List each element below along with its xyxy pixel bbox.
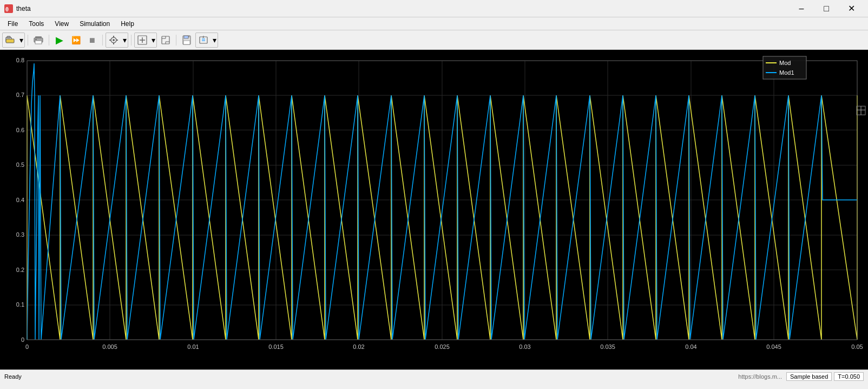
export-dropdown[interactable]: ▾ [211,33,218,47]
svg-text:0.03: 0.03 [519,343,530,350]
menu-help[interactable]: Help [115,19,140,29]
svg-text:θ: θ [5,6,9,12]
svg-rect-14 [116,40,118,41]
run-button[interactable]: ▶ [52,33,67,47]
window-controls: – □ ✕ [789,0,864,17]
minimize-button[interactable]: – [789,0,814,17]
svg-rect-24 [184,36,188,38]
close-button[interactable]: ✕ [839,0,864,17]
settings-group: ▾ [106,33,128,48]
svg-text:Mod: Mod [779,60,791,66]
svg-text:0.05: 0.05 [851,343,863,350]
status-time: T=0.050 [834,372,864,381]
open-button[interactable] [3,33,18,47]
svg-text:0.01: 0.01 [187,343,199,350]
zoom-group: ▾ [134,33,157,48]
svg-point-10 [113,39,115,41]
svg-rect-11 [113,36,114,37]
separator-1 [28,35,28,46]
separator-2 [49,35,49,46]
status-ready-label: Ready [4,373,371,380]
app-icon: θ [4,4,13,13]
status-bar: Ready https://blogs.m... Sample based T=… [0,369,868,382]
stop-button[interactable]: ⏹ [84,33,100,47]
svg-text:0.2: 0.2 [16,267,24,273]
svg-text:0: 0 [25,343,29,350]
settings-dropdown[interactable]: ▾ [121,33,128,47]
svg-rect-8 [35,39,37,40]
fit-button[interactable] [158,33,173,47]
menu-simulation[interactable]: Simulation [74,19,115,29]
svg-rect-30 [0,50,868,369]
svg-text:0.005: 0.005 [102,343,117,350]
svg-text:0.02: 0.02 [353,343,364,350]
svg-rect-25 [183,41,190,44]
svg-text:0.035: 0.035 [600,343,615,350]
zoom-dropdown[interactable]: ▾ [150,33,156,47]
svg-text:0.4: 0.4 [16,197,24,203]
svg-rect-26 [188,36,189,37]
svg-text:0.6: 0.6 [16,127,24,133]
settings-button[interactable] [106,33,121,47]
svg-rect-13 [109,40,111,41]
menu-bar: File Tools View Simulation Help [0,17,868,30]
svg-text:0.5: 0.5 [16,161,24,168]
menu-view[interactable]: View [49,19,74,29]
menu-file[interactable]: File [2,19,23,29]
separator-5 [176,35,176,46]
open-dropdown[interactable]: ▾ [18,33,24,47]
menu-tools[interactable]: Tools [23,19,49,29]
svg-rect-4 [6,39,14,43]
window-title: theta [16,5,789,12]
svg-rect-12 [113,43,114,44]
separator-3 [102,35,103,46]
svg-text:Mod1: Mod1 [779,69,794,76]
open-button-group: ▾ [2,33,25,48]
svg-text:0.045: 0.045 [766,343,781,350]
zoom-button[interactable] [135,33,150,47]
svg-rect-3 [7,36,10,38]
svg-text:0.8: 0.8 [16,57,24,63]
plot-area: 0 0.1 0.2 0.3 0.4 0.5 0.6 0.7 0.8 0 0.00… [0,50,868,369]
svg-text:0: 0 [21,336,24,343]
separator-4 [131,35,131,46]
step-button[interactable]: ⏩ [68,33,83,47]
title-bar: θ theta – □ ✕ [0,0,868,17]
export-group: ▾ [195,33,218,48]
export-button[interactable] [196,33,211,47]
plot-svg: 0 0.1 0.2 0.3 0.4 0.5 0.6 0.7 0.8 0 0.00… [0,50,868,369]
status-sample: Sample based [786,372,832,381]
maximize-button[interactable]: □ [814,0,839,17]
svg-text:0.025: 0.025 [435,343,450,350]
status-url: https://blogs.m... [738,373,782,380]
svg-text:0.3: 0.3 [16,231,24,238]
svg-rect-7 [35,41,42,44]
print-button[interactable] [31,33,46,47]
toolbar: ▾ ▶ ⏩ ⏹ ▾ ▾ ▾ [0,30,868,50]
svg-text:0.04: 0.04 [685,343,696,350]
svg-text:0.1: 0.1 [16,301,24,308]
svg-text:0.7: 0.7 [16,92,24,98]
svg-text:0.015: 0.015 [268,343,284,350]
save-button[interactable] [179,33,194,47]
